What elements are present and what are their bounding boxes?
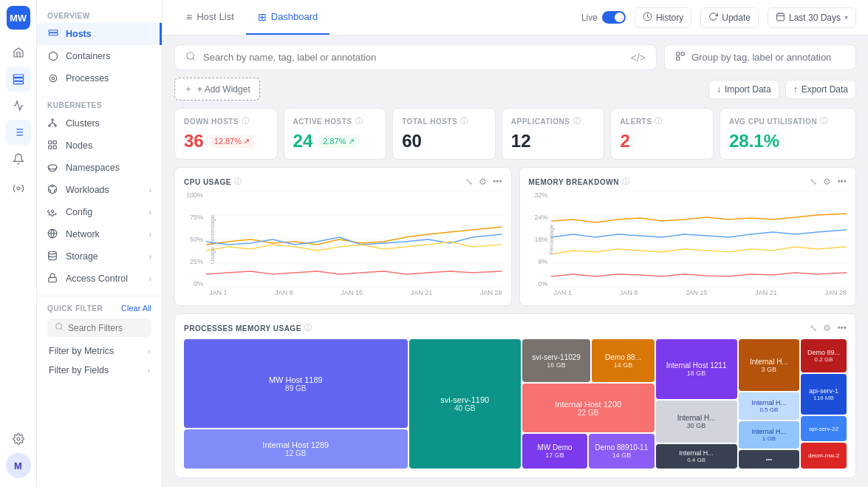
config-label: Config — [66, 207, 149, 217]
process-memory-info-icon[interactable]: ⓘ — [304, 323, 312, 333]
overview-section-label: OVERVIEW — [37, 6, 162, 23]
clear-all-button[interactable]: Clear All — [121, 304, 151, 313]
treemap-block-svi-serv-1190[interactable]: svi-serv-1190 40 GB — [409, 339, 521, 469]
search-filters-input-box[interactable] — [47, 319, 151, 337]
info-icon-3[interactable]: ⓘ — [573, 116, 581, 126]
treemap-block-api-serv-1[interactable]: api-serv-1 116 MB — [801, 374, 847, 415]
cpu-filter-icon[interactable]: ⚙ — [479, 177, 487, 187]
memory-filter-icon[interactable]: ⚙ — [823, 177, 831, 187]
treemap-block-demo-88[interactable]: Demo 88... 14 GB — [592, 339, 654, 382]
dashboard-label: Dashboard — [271, 11, 318, 22]
host-list-icon: ≡ — [186, 11, 192, 23]
workloads-chevron: › — [149, 186, 151, 194]
treemap-block-mw-demo[interactable]: MW Demo 17 GB — [522, 434, 587, 469]
nav-list[interactable] — [6, 120, 31, 145]
storage-chevron: › — [149, 253, 151, 261]
import-icon: ↓ — [717, 84, 721, 95]
tab-host-list[interactable]: ≡ Host List — [174, 0, 246, 35]
nav-alerts[interactable] — [6, 146, 31, 171]
sidebar-item-containers[interactable]: Containers — [37, 45, 162, 67]
nodes-label: Nodes — [66, 140, 92, 151]
avg-cpu-value: 28.1% — [729, 131, 779, 151]
treemap-block-internal-host-1200[interactable]: Internal Host 1200 22 GB — [522, 384, 655, 432]
sidebar-item-hosts[interactable]: Hosts — [37, 23, 162, 45]
treemap-block-internal-h-3gb[interactable]: Internal H... 3 GB — [739, 339, 800, 391]
process-memory-more-icon[interactable]: ••• — [837, 323, 847, 333]
process-memory-filter-icon[interactable]: ⚙ — [823, 323, 831, 333]
svg-point-14 — [49, 75, 56, 81]
memory-expand-icon[interactable]: ⤡ — [810, 177, 817, 187]
tab-dashboard[interactable]: ⊞ Dashboard — [246, 0, 330, 35]
sidebar-item-access-control[interactable]: Access Control › — [37, 268, 162, 290]
nav-servers[interactable] — [6, 67, 31, 92]
memory-breakdown-chart: MEMORY BREAKDOWN ⓘ ⤡ ⚙ ••• 32% 24% 18% 8… — [519, 167, 857, 306]
info-icon-2[interactable]: ⓘ — [460, 116, 468, 126]
sidebar-item-namespaces[interactable]: Namespaces — [37, 157, 162, 179]
treemap-block-internal-h-30gb[interactable]: Internal H... 30 GB — [656, 401, 737, 443]
filter-by-fields[interactable]: Filter by Fields › — [47, 361, 151, 380]
add-widget-button[interactable]: ＋ + Add Widget — [174, 78, 260, 101]
calendar-icon — [776, 12, 785, 24]
nodes-icon — [47, 140, 59, 151]
process-memory-expand-icon[interactable]: ⤡ — [810, 323, 817, 333]
svg-rect-40 — [677, 52, 680, 55]
history-label: History — [656, 13, 683, 23]
applications-label: APPLICATIONS — [511, 118, 570, 126]
info-icon-4[interactable]: ⓘ — [655, 116, 663, 126]
memory-info-icon[interactable]: ⓘ — [622, 177, 630, 187]
clusters-label: Clusters — [66, 118, 100, 129]
info-icon-5[interactable]: ⓘ — [820, 116, 828, 126]
treemap-block-mw-host-1189[interactable]: MW Host 1189 89 GB — [184, 339, 408, 428]
access-control-chevron: › — [149, 275, 151, 283]
live-toggle[interactable] — [602, 11, 626, 24]
group-by-box[interactable]: Group by tag, label or annotation — [664, 44, 856, 70]
treemap-block-internal-h-05gb[interactable]: Internal H... 0.5 GB — [739, 392, 800, 420]
treemap-block-svi-serv-11029[interactable]: svi-serv-11029 16 GB — [522, 339, 591, 382]
memory-more-icon[interactable]: ••• — [837, 177, 847, 187]
search-input[interactable] — [203, 52, 623, 63]
treemap-block-internal-host-1211[interactable]: Internal Host 1211 18 GB — [656, 339, 737, 399]
treemap-block-internal-host-1289[interactable]: Internal Host 1289 12 GB — [184, 429, 408, 469]
sidebar-item-nodes[interactable]: Nodes — [37, 134, 162, 157]
treemap-block-internal-h-1gb[interactable]: Internal H... 1 GB — [739, 421, 800, 449]
treemap-block-api-serv-22[interactable]: api-serv-22 — [801, 416, 847, 442]
import-label: Import Data — [725, 84, 771, 95]
nav-home[interactable] — [6, 40, 31, 65]
treemap-block-demo-88910-11[interactable]: Demo 88910-11 14 GB — [589, 434, 654, 469]
sidebar-item-config[interactable]: Config › — [37, 201, 162, 223]
treemap-block-demo-89[interactable]: Demo 89... 0.2 GB — [801, 339, 847, 372]
export-data-button[interactable]: ↑ Export Data — [785, 80, 856, 99]
history-button[interactable]: History — [635, 7, 691, 28]
sidebar-item-clusters[interactable]: Clusters — [37, 112, 162, 134]
sidebar-item-workloads[interactable]: Workloads › — [37, 179, 162, 201]
search-filters-input[interactable] — [68, 323, 144, 333]
nav-settings[interactable] — [6, 426, 31, 452]
cpu-more-icon[interactable]: ••• — [493, 177, 502, 187]
info-icon-0[interactable]: ⓘ — [242, 116, 250, 126]
sidebar-item-processes[interactable]: Processes — [37, 67, 162, 89]
import-data-button[interactable]: ↓ Import Data — [708, 80, 779, 99]
info-icon-1[interactable]: ⓘ — [355, 116, 363, 126]
filter-by-fields-chevron: › — [148, 367, 150, 375]
containers-icon — [47, 50, 59, 62]
search-bar[interactable]: </> — [174, 44, 657, 70]
svg-rect-34 — [777, 13, 785, 21]
nav-user[interactable]: M — [6, 453, 31, 478]
svg-point-31 — [56, 324, 62, 330]
filter-by-metrics[interactable]: Filter by Metrics › — [47, 341, 151, 361]
cpu-expand-icon[interactable]: ⤡ — [465, 177, 473, 187]
cpu-info-icon[interactable]: ⓘ — [234, 177, 242, 187]
stat-card-applications: APPLICATIONS ⓘ 12 — [502, 108, 605, 160]
treemap-block-small-multi[interactable]: ••• — [739, 450, 800, 469]
group-icon — [675, 51, 686, 64]
sidebar-item-storage[interactable]: Storage › — [37, 245, 162, 268]
treemap-block-internal-h-04gb[interactable]: Internal H... 0.4 GB — [656, 444, 737, 469]
nav-integrations[interactable] — [6, 176, 31, 201]
update-button[interactable]: Update — [700, 7, 759, 28]
quick-filter-title: QUICK FILTER — [47, 304, 103, 313]
nav-chart[interactable] — [6, 93, 31, 118]
sidebar-item-network[interactable]: Network › — [37, 223, 162, 245]
svg-rect-42 — [677, 57, 680, 60]
treemap-block-deom-mw-2[interactable]: deom-mw-2 — [801, 443, 847, 469]
last-days-button[interactable]: Last 30 Days ▾ — [768, 7, 856, 28]
